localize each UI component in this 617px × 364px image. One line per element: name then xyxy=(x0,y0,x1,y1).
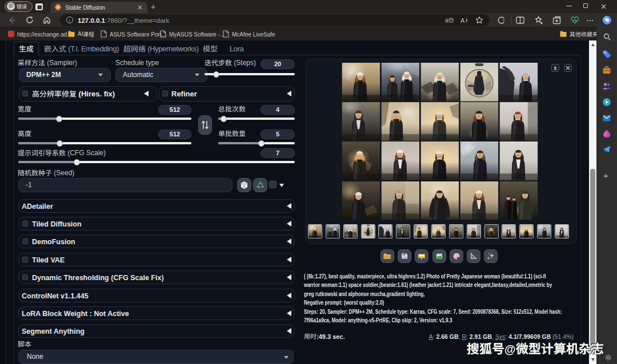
svg-text:a: a xyxy=(445,17,448,23)
svg-text:A: A xyxy=(460,17,465,24)
